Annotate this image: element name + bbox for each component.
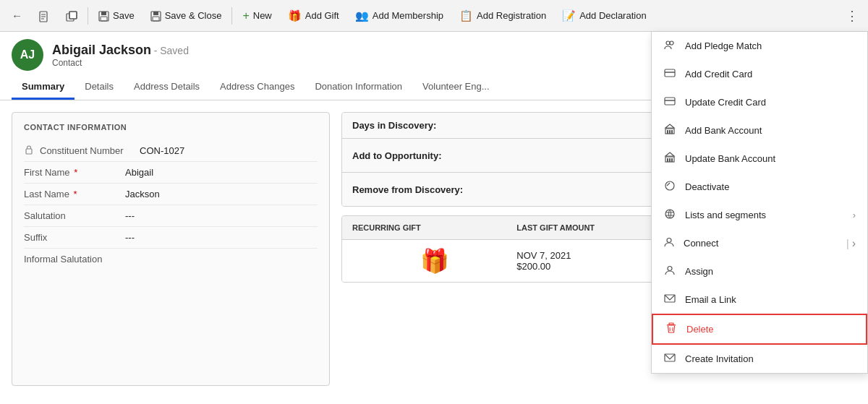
save-label: Save xyxy=(113,10,135,21)
svg-point-29 xyxy=(665,181,674,190)
menu-label-deactivate: Deactivate xyxy=(685,181,729,192)
gift-col1: RECURRING GIFT xyxy=(352,223,516,232)
tab-details-label: Details xyxy=(85,81,114,92)
contact-info-panel: CONTACT INFORMATION Constituent Number C… xyxy=(12,112,330,386)
svg-point-13 xyxy=(666,41,670,45)
tab-summary-label: Summary xyxy=(22,81,64,92)
dropdown-menu: Add Pledge Match Add Credit Card Update … xyxy=(651,32,868,374)
tab-address-details-label: Address Details xyxy=(134,81,200,92)
more-icon: ⋮ xyxy=(846,8,859,24)
last-name-required: * xyxy=(73,189,77,199)
suffix-label: Suffix xyxy=(24,232,118,243)
create-invitation-icon xyxy=(663,352,676,366)
svg-rect-8 xyxy=(101,12,106,15)
svg-marker-20 xyxy=(665,124,674,128)
salutation-label: Salutation xyxy=(24,210,118,221)
svg-rect-27 xyxy=(669,158,671,162)
menu-deactivate[interactable]: Deactivate xyxy=(652,173,867,201)
svg-rect-42 xyxy=(26,149,32,154)
menu-label-update-credit-card: Update Credit Card xyxy=(685,97,766,108)
menu-label-connect: Connect xyxy=(684,238,718,249)
tab-address-details[interactable]: Address Details xyxy=(124,75,210,100)
salutation-row: Salutation --- xyxy=(24,205,318,227)
new-icon: + xyxy=(242,9,249,22)
first-name-required: * xyxy=(74,167,77,178)
menu-update-credit-card[interactable]: Update Credit Card xyxy=(652,88,867,116)
lists-segments-icon xyxy=(663,208,676,222)
svg-rect-37 xyxy=(669,323,673,325)
contact-name-line: Abigail Jackson - Saved xyxy=(52,43,189,58)
svg-rect-9 xyxy=(101,17,107,21)
last-name-row: Last Name * Jackson xyxy=(24,184,318,205)
menu-email-link[interactable]: Email a Link xyxy=(652,285,867,314)
svg-rect-26 xyxy=(667,158,668,162)
new-label: New xyxy=(253,10,272,21)
save-button[interactable]: Save xyxy=(91,6,142,26)
svg-rect-38 xyxy=(667,325,676,326)
document-button[interactable] xyxy=(31,5,57,25)
menu-delete[interactable]: Delete xyxy=(652,314,867,345)
tab-volunteer-eng[interactable]: Volunteer Eng... xyxy=(412,75,500,100)
add-registration-button[interactable]: 📋 Add Registration xyxy=(452,6,553,26)
salutation-value: --- xyxy=(125,210,135,221)
menu-lists-segments[interactable]: Lists and segments › xyxy=(652,201,867,229)
update-bank-icon xyxy=(663,152,676,166)
gift-icon: 🎁 xyxy=(352,247,516,275)
add-membership-label: Add Membership xyxy=(373,10,443,21)
tab-address-changes[interactable]: Address Changes xyxy=(210,75,305,100)
svg-point-31 xyxy=(665,210,674,218)
tab-summary[interactable]: Summary xyxy=(12,75,75,100)
back-button[interactable]: ← xyxy=(4,6,30,25)
new-button[interactable]: + New xyxy=(235,6,278,26)
window-button[interactable] xyxy=(59,5,85,25)
contact-saved: - Saved xyxy=(154,45,189,56)
constituent-number-row: Constituent Number CON-1027 xyxy=(24,140,318,162)
back-icon: ← xyxy=(12,9,22,22)
constituent-number-label: Constituent Number xyxy=(40,145,134,156)
menu-connect[interactable]: Connect | › xyxy=(652,229,867,257)
suffix-row: Suffix --- xyxy=(24,227,318,249)
tab-volunteer-eng-label: Volunteer Eng... xyxy=(422,81,490,92)
add-declaration-icon: 📝 xyxy=(562,9,576,22)
toolbar-separator-2 xyxy=(231,7,232,25)
remove-from-discovery-label: Remove from Discovery: xyxy=(352,184,463,195)
svg-rect-21 xyxy=(667,130,668,134)
add-registration-icon: 📋 xyxy=(459,9,473,22)
credit-card-icon xyxy=(663,67,676,81)
menu-add-pledge-match[interactable]: Add Pledge Match xyxy=(652,32,867,60)
menu-update-bank-account[interactable]: Update Bank Account xyxy=(652,145,867,173)
menu-label-create-invitation: Create Invitation xyxy=(685,353,754,364)
save-close-button[interactable]: Save & Close xyxy=(143,6,229,26)
suffix-value: --- xyxy=(125,232,135,243)
menu-create-invitation[interactable]: Create Invitation xyxy=(652,345,867,373)
add-declaration-button[interactable]: 📝 Add Declaration xyxy=(555,6,654,26)
save-close-label: Save & Close xyxy=(165,10,222,21)
menu-label-email-link: Email a Link xyxy=(685,294,736,305)
window-icon xyxy=(66,9,77,22)
menu-label-add-credit-card: Add Credit Card xyxy=(685,69,752,79)
toolbar-separator-1 xyxy=(88,7,88,25)
save-close-icon xyxy=(150,9,161,22)
add-membership-button[interactable]: 👥 Add Membership xyxy=(348,6,451,26)
save-icon xyxy=(98,9,109,22)
svg-rect-15 xyxy=(665,69,675,77)
add-gift-button[interactable]: 🎁 Add Gift xyxy=(281,6,346,26)
panel-title: CONTACT INFORMATION xyxy=(24,123,318,132)
menu-label-lists-segments: Lists and segments xyxy=(685,210,766,220)
lock-icon xyxy=(24,145,34,157)
menu-add-credit-card[interactable]: Add Credit Card xyxy=(652,60,867,88)
svg-rect-12 xyxy=(153,17,159,21)
menu-label-update-bank-account: Update Bank Account xyxy=(685,153,775,164)
tab-donation-info[interactable]: Donation Information xyxy=(305,75,412,100)
avatar-initials: AJ xyxy=(20,48,35,61)
svg-point-14 xyxy=(670,41,673,45)
document-icon xyxy=(38,9,50,22)
menu-add-bank-account[interactable]: Add Bank Account xyxy=(652,116,867,145)
tab-details[interactable]: Details xyxy=(75,75,124,100)
first-name-row: First Name * Abigail xyxy=(24,162,318,184)
bank-icon xyxy=(663,124,676,137)
menu-label-pledge-match: Add Pledge Match xyxy=(685,40,762,51)
more-button[interactable]: ⋮ xyxy=(841,4,864,27)
menu-assign[interactable]: Assign xyxy=(652,257,867,285)
connect-icon xyxy=(663,236,675,250)
